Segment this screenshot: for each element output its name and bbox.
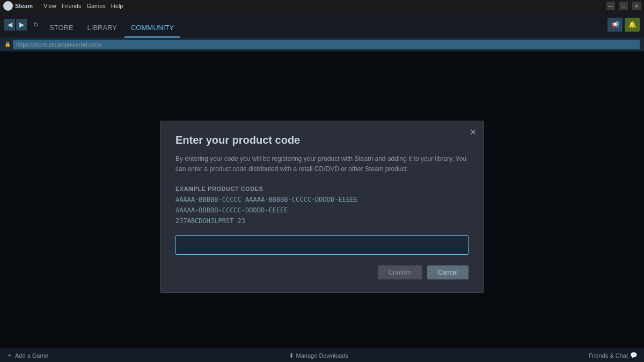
product-code-input[interactable] [175, 235, 469, 255]
title-bar: Steam View Friends Games Help — □ ✕ [0, 0, 644, 12]
main-content: ✕ Enter your product code By entering yo… [0, 51, 644, 362]
product-code-dialog: ✕ Enter your product code By entering yo… [160, 121, 484, 293]
minimize-button[interactable]: — [606, 2, 615, 10]
manage-downloads-label[interactable]: Manage Downloads [296, 352, 348, 359]
menu-friends[interactable]: Friends [62, 3, 82, 9]
title-bar-menu: View Friends Games Help [43, 3, 123, 9]
bottom-left: ＋ Add a Game [6, 351, 48, 360]
menu-games[interactable]: Games [86, 3, 105, 9]
refresh-button[interactable]: ↻ [30, 19, 42, 31]
maximize-button[interactable]: □ [619, 2, 628, 10]
tab-community[interactable]: COMMUNITY [125, 18, 180, 38]
window-controls: — □ ✕ [606, 2, 641, 10]
menu-help[interactable]: Help [111, 3, 123, 9]
example-code-1: AAAAA-BBBBB-CCCCC AAAAA-BBBBB-CCCCC-DDDD… [175, 194, 469, 205]
close-button[interactable]: ✕ [632, 2, 641, 10]
nav-icons: 📢 🔔 [608, 18, 640, 32]
nav-tabs: STORE LIBRARY COMMUNITY [43, 12, 180, 38]
nav-arrows: ◀ ▶ [4, 19, 27, 31]
downloads-icon: ⬇ [289, 352, 294, 359]
lock-icon: 🔒 [4, 41, 11, 47]
code-input-wrapper [175, 235, 469, 255]
bottom-center: ⬇ Manage Downloads [289, 352, 348, 359]
forward-button[interactable]: ▶ [16, 19, 27, 31]
example-label: EXAMPLE PRODUCT CODES [175, 186, 469, 192]
dialog-close-button[interactable]: ✕ [467, 127, 478, 137]
dialog-description: By entering your code you will be regist… [175, 154, 469, 174]
add-game-icon: ＋ [6, 351, 13, 360]
tab-store[interactable]: STORE [43, 18, 80, 38]
address-bar: 🔒 [0, 38, 644, 51]
tab-library[interactable]: LIBRARY [81, 18, 123, 38]
steam-logo-icon [3, 1, 13, 11]
megaphone-button[interactable]: 📢 [608, 18, 623, 32]
dialog-overlay: ✕ Enter your product code By entering yo… [0, 51, 644, 362]
bottom-right: Friends & Chat 💬 [589, 352, 638, 359]
back-button[interactable]: ◀ [4, 19, 15, 31]
address-input[interactable] [13, 40, 640, 49]
menu-view[interactable]: View [43, 3, 56, 9]
cancel-button[interactable]: Cancel [427, 265, 469, 279]
dialog-title: Enter your product code [175, 134, 469, 146]
add-game-label[interactable]: Add a Game [15, 352, 48, 359]
steam-logo-area: Steam [3, 1, 33, 11]
example-codes: AAAAA-BBBBB-CCCCC AAAAA-BBBBB-CCCCC-DDDD… [175, 194, 469, 227]
dialog-buttons: Confirm Cancel [175, 265, 469, 279]
confirm-button[interactable]: Confirm [378, 265, 422, 279]
friends-chat-label[interactable]: Friends & Chat [589, 352, 628, 359]
example-code-3: 237ABCDGHJLPRST 23 [175, 216, 469, 226]
steam-label: Steam [15, 3, 33, 9]
nav-bar: ◀ ▶ ↻ STORE LIBRARY COMMUNITY 📢 🔔 [0, 12, 644, 38]
example-section: EXAMPLE PRODUCT CODES AAAAA-BBBBB-CCCCC … [175, 186, 469, 227]
bottom-bar: ＋ Add a Game ⬇ Manage Downloads Friends … [0, 348, 644, 362]
notification-button[interactable]: 🔔 [625, 18, 640, 32]
example-code-2: AAAAA-BBBBB-CCCCC-DDDDD-EEEEE [175, 205, 469, 216]
chat-icon: 💬 [630, 352, 638, 359]
